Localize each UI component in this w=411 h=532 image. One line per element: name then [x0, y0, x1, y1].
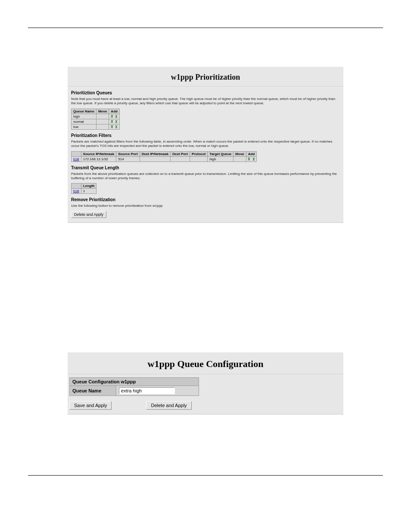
delete-and-apply-button[interactable]: Delete and Apply [146, 401, 191, 410]
col-blank [72, 151, 81, 156]
add-cell[interactable]: ⊼ ⊻ [109, 114, 120, 119]
src-port-cell: 514 [116, 156, 140, 162]
add-above-icon[interactable]: ⊼ [110, 125, 114, 129]
add-above-icon[interactable]: ⊼ [110, 120, 114, 124]
src-ip-cell: 172.168.12.1/32 [81, 156, 116, 162]
queue-name-label: Queue Name [70, 386, 116, 395]
col-dest-port: Dest Port [171, 151, 190, 156]
queue-name-input-cell [116, 386, 199, 395]
col-src-port: Source Port [116, 151, 140, 156]
add-cell[interactable]: ⊼ ⊻ [109, 119, 120, 124]
section-heading-txlen: Transmit Queue Length [71, 165, 340, 170]
col-blank [72, 184, 81, 189]
edit-link-cell[interactable]: Edit [72, 156, 81, 162]
section-heading-remove: Remove Prioritization [71, 197, 340, 202]
table-row: Edit 1 [72, 189, 97, 194]
col-add: Add [246, 151, 257, 156]
col-target: Target Queue [208, 151, 234, 156]
col-move: Move [96, 109, 109, 114]
save-and-apply-button[interactable]: Save and Apply [69, 401, 112, 410]
table-row: Edit 172.168.12.1/32 514 high ⊼ ⊻ [72, 156, 257, 162]
add-below-icon[interactable]: ⊻ [115, 115, 118, 118]
add-above-icon[interactable]: ⊼ [247, 158, 251, 161]
col-move: Move [234, 151, 246, 156]
table-row: low ⊼ ⊻ [72, 124, 120, 129]
add-cell[interactable]: ⊼ ⊻ [246, 156, 257, 162]
filters-note: Packets are matched against filters from… [71, 140, 340, 149]
queue-name-input[interactable] [119, 387, 175, 394]
target-cell: high [208, 156, 234, 162]
col-add: Add [109, 109, 120, 114]
move-cell [96, 124, 109, 129]
table-row: normal ⊼ ⊻ [72, 119, 120, 124]
filters-table: Source IP/Netmask Source Port Dest IP/Ne… [71, 151, 257, 162]
col-proto: Protocol [190, 151, 207, 156]
delete-and-apply-button[interactable]: Delete and Apply [71, 211, 106, 218]
txlen-table: Length Edit 1 [71, 183, 97, 194]
dest-ip-cell [140, 156, 171, 162]
col-dest-ip: Dest IP/Netmask [140, 151, 171, 156]
queues-table: Queue Name Move Add high ⊼ ⊻ normal ⊼ ⊻ … [71, 109, 120, 130]
add-below-icon[interactable]: ⊻ [252, 158, 255, 161]
col-queue-name: Queue Name [72, 109, 97, 114]
panel2-title: w1ppp Queue Configuration [68, 352, 343, 374]
move-cell [96, 119, 109, 124]
table-row: Queue Name [70, 386, 199, 395]
add-cell[interactable]: ⊼ ⊻ [109, 124, 120, 129]
queues-note: Note that you must have at least a low, … [71, 97, 340, 106]
panel-title: w1ppp Prioritization [68, 67, 343, 86]
queue-name-cell: normal [72, 119, 97, 124]
queue-config-table: Queue Configuration w1ppp Queue Name [69, 377, 199, 396]
proto-cell [190, 156, 207, 162]
col-src-ip: Source IP/Netmask [81, 151, 116, 156]
edit-link[interactable]: Edit [73, 189, 79, 193]
length-value: 1 [81, 189, 97, 194]
edit-link[interactable]: Edit [73, 157, 79, 161]
add-below-icon[interactable]: ⊻ [115, 120, 118, 124]
section-heading-queues: Prioritiztion Queues [71, 90, 340, 95]
col-length: Length [81, 184, 97, 189]
queue-config-panel: w1ppp Queue Configuration Queue Configur… [68, 352, 343, 415]
add-above-icon[interactable]: ⊼ [110, 115, 114, 118]
table-row: high ⊼ ⊻ [72, 114, 120, 119]
remove-note: Use the following button to remove prior… [71, 204, 340, 208]
queue-name-cell: high [72, 114, 97, 119]
dest-port-cell [171, 156, 190, 162]
section-heading-filters: Prioritization Filters [71, 133, 340, 138]
txlen-note: Packets from the above prioritzation que… [71, 172, 340, 181]
move-cell [96, 114, 109, 119]
config-header: Queue Configuration w1ppp [70, 377, 199, 386]
prioritization-panel: w1ppp Prioritization Prioritiztion Queue… [68, 67, 343, 223]
add-below-icon[interactable]: ⊻ [115, 125, 118, 129]
edit-link-cell[interactable]: Edit [72, 189, 81, 194]
queue-name-cell: low [72, 124, 97, 129]
move-cell [234, 156, 246, 162]
